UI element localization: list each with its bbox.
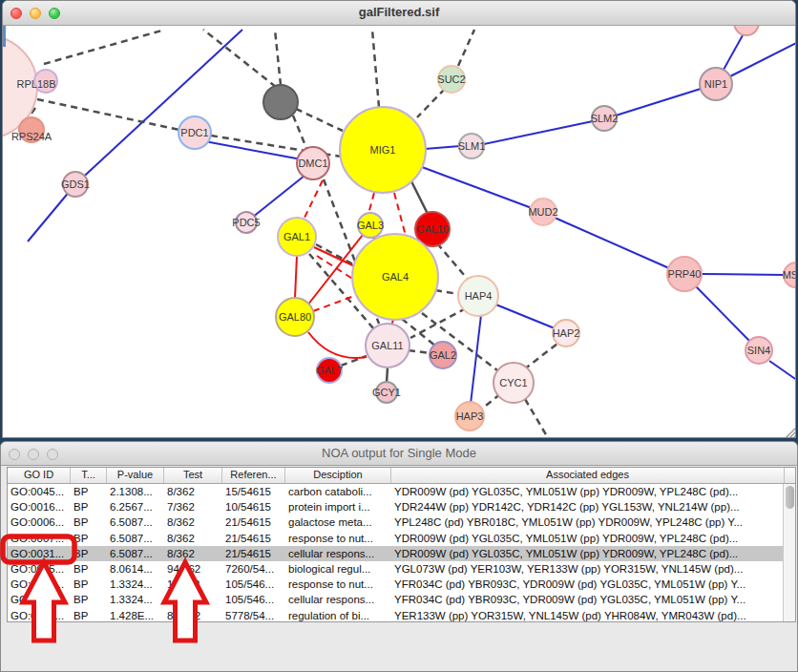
edge-blue xyxy=(724,35,743,70)
noa-titlebar[interactable]: NOA output for Single Mode xyxy=(1,442,797,466)
cell: BP xyxy=(71,561,107,577)
edge-dashed xyxy=(437,243,470,282)
cell: cellular respons... xyxy=(285,546,391,561)
table-body: GO:0045...BP2.1308...8/36215/54615carbon… xyxy=(8,484,795,622)
network-canvas[interactable]: RPL18BRPS24AGDS1PDC1DMC1MIG1SUC2SLM1SLM2… xyxy=(3,25,796,438)
column-header-referen-[interactable]: Referen... xyxy=(222,468,285,483)
table-row[interactable]: GO:0031...BP1.3324...11/362105/546...cel… xyxy=(8,592,795,607)
node-unlabeled[interactable] xyxy=(263,85,298,119)
cell: 5778/54... xyxy=(222,608,285,623)
edge-blue xyxy=(425,146,460,149)
cell: carbon cataboli... xyxy=(285,484,391,499)
resize-grip-icon[interactable] xyxy=(793,435,796,438)
node-label: GCY1 xyxy=(372,387,401,398)
node-label: GAL3 xyxy=(357,220,384,231)
node-label: DMC1 xyxy=(298,158,327,169)
edge-dashed xyxy=(482,394,500,409)
cell: cellular respons... xyxy=(285,592,391,607)
cell: 8.0614... xyxy=(107,561,164,577)
node-label: GAL4 xyxy=(382,271,409,283)
cell: 8/362 xyxy=(164,484,222,499)
edge-gray xyxy=(411,181,428,214)
cell: 6.5087... xyxy=(107,546,164,561)
table-row[interactable]: GO:0007...BP6.5087...8/36221/54615respon… xyxy=(8,531,795,546)
cell: GO:0065... xyxy=(8,561,71,577)
network-window-title: galFiltered.sif xyxy=(3,5,795,19)
column-header-p-value[interactable]: P-value xyxy=(107,468,164,483)
table-row[interactable]: GO:0006...BP6.5087...8/36221/54615galact… xyxy=(8,514,795,530)
cell: 6.5087... xyxy=(107,531,164,546)
cell: YDR009W (pd) YGL035C, YML051W (pp) YDR00… xyxy=(391,531,785,546)
table-row[interactable]: GO:0031...BP1.3324...11/362105/546...res… xyxy=(8,577,795,592)
cell: biological regul... xyxy=(285,561,391,577)
node-label: SUC2 xyxy=(437,74,465,85)
cell: 8/362 xyxy=(164,531,222,546)
cell: BP xyxy=(71,546,107,561)
table-row[interactable]: GO:0065...BP8.0614...94/3627260/54...bio… xyxy=(8,561,795,577)
cell: BP xyxy=(71,592,107,607)
cell: 94/362 xyxy=(164,561,222,577)
edge-dashed xyxy=(435,290,458,294)
cell: GO:0007... xyxy=(8,531,71,546)
network-titlebar[interactable]: galFiltered.sif xyxy=(3,1,795,26)
edge-blue xyxy=(616,89,701,116)
edge-blue xyxy=(696,286,750,342)
table-header-row: GO IDT...P-valueTestReferen...Desciption… xyxy=(8,468,795,484)
cell: YER133W (pp) YOR315W, YNL145W (pd) YHR08… xyxy=(391,608,785,623)
edge-blue xyxy=(422,167,532,208)
cell: YDR009W (pd) YGL035C, YML051W (pp) YDR00… xyxy=(391,546,785,561)
node-label: MUD2 xyxy=(528,206,557,218)
table-scrollbar[interactable] xyxy=(783,484,795,621)
node-label: HAP4 xyxy=(465,290,493,302)
node-label: MSL1 xyxy=(783,269,796,281)
edge-blue xyxy=(494,304,555,328)
scrollbar-thumb[interactable] xyxy=(786,486,794,509)
node-unlabeled[interactable] xyxy=(734,25,759,35)
cell: BP xyxy=(71,608,107,623)
cell: BP xyxy=(71,577,107,592)
edge-gray xyxy=(387,368,388,383)
cell: 21/54615 xyxy=(222,546,285,561)
node-label: PDC1 xyxy=(180,127,208,138)
cell: YDR009W (pd) YGL035C, YML051W (pp) YDR00… xyxy=(391,484,785,499)
table-row[interactable]: GO:0016...BP6.2567...7/36210/54615protei… xyxy=(8,499,795,514)
table-row[interactable]: GO:0031...BP6.5087...8/36221/54615cellul… xyxy=(8,546,795,561)
node-label: GAL10 xyxy=(416,223,449,235)
edge-red-dashed xyxy=(304,180,323,220)
edge-dashed xyxy=(524,344,557,369)
cell: 1.428E... xyxy=(107,608,164,623)
cell: 7260/54... xyxy=(222,561,285,577)
cell: galactose meta... xyxy=(285,514,391,530)
cell: GO:0006... xyxy=(8,514,71,530)
node-label: RPL18B xyxy=(17,78,56,90)
cell: 80/362 xyxy=(164,608,222,623)
table-row[interactable]: GO:0050...BP1.428E...80/3625778/54...reg… xyxy=(8,608,795,623)
cell: 1.3324... xyxy=(107,577,164,592)
edge-red xyxy=(308,332,367,358)
cell: GO:0031... xyxy=(8,546,71,561)
noa-window-title: NOA output for Single Mode xyxy=(1,446,797,460)
cell: YGL073W (pd) YER103W, YER133W (pp) YOR31… xyxy=(391,561,785,577)
node-label: GAL2 xyxy=(430,349,456,361)
cell: GO:0045... xyxy=(8,484,71,499)
node-label: GAL11 xyxy=(371,340,403,351)
cell: GO:0016... xyxy=(8,499,71,514)
cell: BP xyxy=(71,531,107,546)
background-sliver xyxy=(3,26,6,47)
table-row[interactable]: GO:0045...BP2.1308...8/36215/54615carbon… xyxy=(8,484,795,499)
edge-dashed xyxy=(203,30,276,87)
cell: response to nut... xyxy=(285,577,391,592)
column-header-test[interactable]: Test xyxy=(164,468,222,483)
cell: protein import i... xyxy=(285,499,391,514)
edge-blue xyxy=(484,121,593,144)
edge-dashed xyxy=(44,30,165,64)
column-header-t-[interactable]: T... xyxy=(71,468,107,483)
column-header-associated-edges[interactable]: Associated edges xyxy=(391,468,785,483)
cell: BP xyxy=(71,484,107,499)
edge-dashed xyxy=(296,109,343,131)
column-header-desciption[interactable]: Desciption xyxy=(285,468,391,483)
edge-red-dashed xyxy=(394,193,406,236)
edge-blue xyxy=(200,140,306,160)
column-header-go-id[interactable]: GO ID xyxy=(8,468,71,483)
edge-dashed xyxy=(417,89,445,117)
